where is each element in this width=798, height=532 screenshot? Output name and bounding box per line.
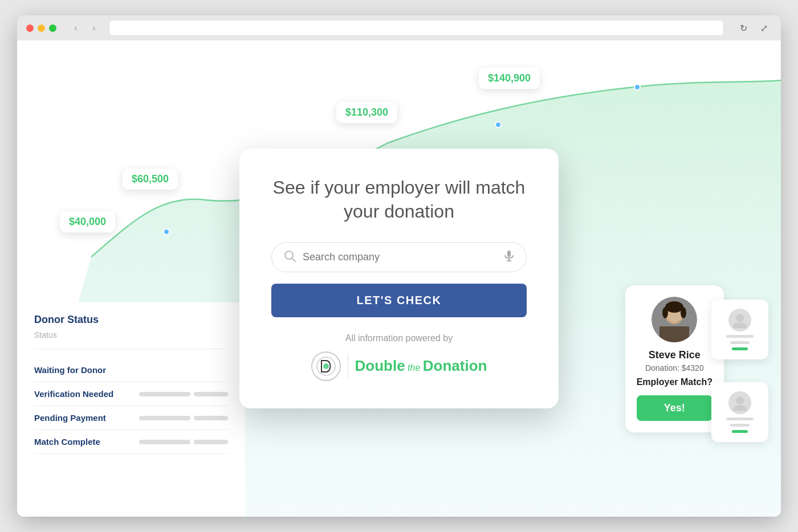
employer-match-label: Employer Match? [637,377,712,387]
browser-actions: ↻ ⤢ [735,20,772,36]
company-search-input[interactable] [303,251,496,263]
logo-double: Double [355,357,405,374]
donor-donation-amount: Donation: $4320 [645,363,704,373]
mini-card-2 [711,382,768,442]
chart-dot-4 [634,84,641,91]
logo-text: Double the Donation [355,357,487,375]
status-waiting: Waiting for Donor [34,358,228,382]
mini-person-icon [732,312,748,328]
browser-titlebar: ‹ › ↻ ⤢ [17,15,781,40]
double-donation-logo: Double the Donation [271,351,527,381]
chart-bubble-3: $110,300 [336,102,397,123]
donor-status-panel: Donor Status Status Waiting for Donor Ve… [17,302,245,517]
mini-bar [726,418,754,420]
browser-content: $40,000 $60,500 $110,300 $140,900 Donor … [17,40,781,517]
nav-buttons: ‹ › [68,21,102,35]
status-bars-pending [139,416,228,420]
mini-bar [726,335,754,338]
traffic-lights [26,24,56,32]
mini-bar [730,424,750,427]
svg-point-8 [736,314,744,322]
svg-line-13 [292,258,295,261]
browser-window: ‹ › ↻ ⤢ $40,000 [17,15,781,517]
chart-dot-3 [495,121,502,128]
address-bar[interactable] [109,20,724,36]
search-icon [283,249,296,265]
donor-name: Steve Rice [649,349,701,361]
svg-point-11 [733,405,747,411]
logo-donation: Donation [423,357,487,374]
svg-point-5 [665,301,683,313]
search-container[interactable] [271,242,527,272]
donor-avatar [652,297,697,342]
chart-bubble-1: $40,000 [60,211,115,232]
logo-divider [348,354,348,379]
mini-green-bar [732,347,747,350]
mini-avatar-2 [728,391,751,414]
microphone-icon[interactable] [503,250,515,264]
svg-rect-3 [659,326,689,342]
logo-the: the [408,363,420,373]
lets-check-button[interactable]: LET'S CHECK [271,284,527,317]
svg-point-9 [733,322,747,328]
back-button[interactable]: ‹ [68,21,84,35]
status-bar [139,440,190,444]
forward-button[interactable]: › [86,21,102,35]
mini-person-icon-2 [732,395,748,411]
donor-photo [652,297,697,342]
svg-point-6 [662,307,668,318]
donor-card-container: Steve Rice Donation: $4320 Employer Matc… [625,285,724,432]
reload-button[interactable]: ↻ [735,20,751,36]
status-bar [194,416,228,420]
powered-by-text: All information powered by [271,333,527,343]
mini-green-bar [732,430,747,433]
status-complete: Match Complete [34,430,228,454]
svg-point-10 [736,396,744,404]
status-bar [139,392,190,396]
svg-point-7 [681,307,686,318]
donor-card: Steve Rice Donation: $4320 Employer Matc… [625,285,724,432]
status-bar [194,392,228,396]
mini-avatar-1 [728,309,751,332]
svg-point-18 [323,363,329,369]
donor-status-title: Donor Status [34,314,228,326]
status-pending: Pending Payment [34,406,228,430]
fullscreen-button[interactable] [49,24,56,32]
status-verification: Verification Needed [34,382,228,406]
employer-match-modal: See if your employer will match your don… [239,149,559,408]
close-button[interactable] [26,24,34,32]
status-bar [194,440,228,444]
expand-button[interactable]: ⤢ [756,20,772,36]
mini-card-1 [711,300,768,359]
chart-bubble-4: $140,900 [479,68,540,89]
minimize-button[interactable] [38,24,45,32]
chart-bubble-2: $60,500 [123,169,178,190]
yes-button[interactable]: Yes! [637,395,712,421]
mini-bar [730,341,750,344]
modal-title: See if your employer will match your don… [271,176,527,223]
status-bars-verification [139,392,228,396]
donor-status-subtitle: Status [34,330,228,349]
chart-dot-1 [163,228,170,235]
status-bars-complete [139,440,228,444]
status-bar [139,416,190,420]
double-donation-icon [311,351,341,381]
